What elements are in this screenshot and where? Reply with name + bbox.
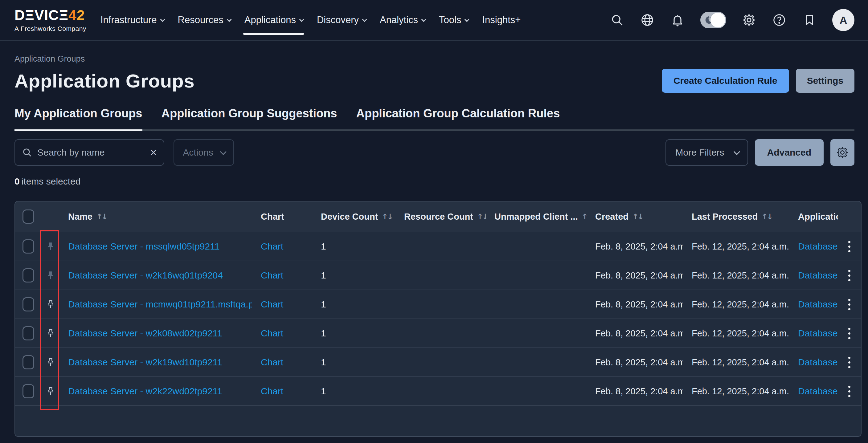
chart-link[interactable]: Chart bbox=[261, 299, 283, 309]
nav-item-label: Insights+ bbox=[482, 14, 521, 26]
logo-text: DΞVICΞ42 bbox=[14, 8, 86, 22]
nav-item-insights[interactable]: Insights+ bbox=[482, 14, 521, 26]
nav-item-tools[interactable]: Tools bbox=[439, 14, 468, 26]
nav-item-analytics[interactable]: Analytics bbox=[380, 14, 425, 26]
row-menu-kebab-icon[interactable] bbox=[845, 296, 854, 313]
row-checkbox[interactable] bbox=[23, 240, 34, 254]
table-toolbar: × Actions More Filters Advanced bbox=[14, 139, 855, 166]
tab-application-group-calculation-rules[interactable]: Application Group Calculation Rules bbox=[356, 107, 560, 129]
breadcrumb[interactable]: Application Groups bbox=[14, 54, 855, 64]
chevron-down-icon bbox=[733, 149, 740, 155]
globe-icon[interactable] bbox=[640, 12, 655, 27]
create-calculation-rule-button[interactable]: Create Calculation Rule bbox=[662, 69, 789, 93]
row-checkbox[interactable] bbox=[23, 268, 34, 283]
last-processed-value: Feb. 12, 2025, 2:04 a.m. bbox=[692, 299, 789, 309]
row-checkbox[interactable] bbox=[23, 355, 34, 369]
row-menu-kebab-icon[interactable] bbox=[845, 267, 854, 284]
actions-dropdown[interactable]: Actions bbox=[174, 139, 234, 166]
help-icon[interactable] bbox=[772, 12, 786, 27]
logo-accent-2: 2 bbox=[77, 7, 85, 23]
device-count-value: 1 bbox=[321, 386, 326, 396]
last-processed-value: Feb. 12, 2025, 2:04 a.m. bbox=[692, 328, 789, 338]
pin-icon[interactable] bbox=[41, 386, 60, 397]
last-processed-value: Feb. 12, 2025, 2:04 a.m. bbox=[692, 357, 789, 367]
group-name-link[interactable]: Database Server - w2k22wd02tp9211 bbox=[68, 386, 222, 396]
application-link[interactable]: Database bbox=[798, 241, 837, 251]
sort-icon[interactable]: ↑↓ bbox=[632, 212, 643, 221]
nav-item-label: Tools bbox=[439, 14, 461, 26]
chart-link[interactable]: Chart bbox=[261, 270, 283, 280]
tab-my-application-groups[interactable]: My Application Groups bbox=[14, 107, 143, 129]
sort-icon[interactable]: ↑↓ bbox=[761, 212, 772, 221]
table-row: Database Server - w2k19wd10tp9211 Chart … bbox=[15, 348, 861, 377]
pin-icon[interactable] bbox=[41, 270, 60, 281]
selection-count-number: 0 bbox=[14, 176, 20, 186]
settings-button[interactable]: Settings bbox=[796, 69, 855, 93]
chevron-down-icon bbox=[465, 17, 469, 22]
sort-icon[interactable]: ↑↓ bbox=[381, 212, 392, 221]
chart-link[interactable]: Chart bbox=[261, 328, 283, 338]
application-link[interactable]: Database bbox=[798, 386, 837, 396]
search-input[interactable] bbox=[37, 147, 145, 158]
chart-link[interactable]: Chart bbox=[261, 241, 283, 251]
notifications-bell-icon[interactable] bbox=[670, 12, 685, 27]
application-link[interactable]: Database bbox=[798, 299, 837, 309]
select-all-checkbox[interactable] bbox=[23, 210, 34, 224]
theme-toggle[interactable] bbox=[700, 12, 726, 28]
application-link[interactable]: Database bbox=[798, 328, 837, 338]
table-row: Database Server - mcmwq01tp9211.msftqa.p… bbox=[15, 290, 861, 319]
group-name-link[interactable]: Database Server - w2k19wd10tp9211 bbox=[68, 357, 222, 367]
nav-utility-icons: A bbox=[610, 9, 855, 31]
page-title: Application Groups bbox=[14, 70, 194, 92]
created-value: Feb. 8, 2025, 2:04 a.m. bbox=[595, 271, 683, 280]
table-row: Database Server - mssqlwd05tp9211 Chart … bbox=[15, 232, 861, 261]
more-filters-dropdown[interactable]: More Filters bbox=[665, 139, 748, 166]
row-menu-kebab-icon[interactable] bbox=[845, 238, 854, 255]
clear-search-icon[interactable]: × bbox=[150, 147, 157, 158]
group-name-link[interactable]: Database Server - mssqlwd05tp9211 bbox=[68, 241, 219, 251]
group-name-link[interactable]: Database Server - w2k16wq01tp9204 bbox=[68, 270, 223, 280]
row-checkbox[interactable] bbox=[23, 384, 34, 398]
sort-icon[interactable]: ↑↓ bbox=[582, 212, 587, 221]
application-link[interactable]: Database bbox=[798, 270, 837, 280]
pin-icon[interactable] bbox=[41, 328, 60, 339]
pin-icon[interactable] bbox=[41, 357, 60, 368]
last-processed-value: Feb. 12, 2025, 2:04 a.m. bbox=[692, 386, 789, 396]
column-header-application: Application bbox=[798, 212, 838, 222]
nav-item-label: Applications bbox=[244, 14, 296, 26]
row-checkbox[interactable] bbox=[23, 326, 34, 340]
sort-icon[interactable]: ↑↓ bbox=[96, 212, 107, 221]
last-processed-value: Feb. 12, 2025, 2:04 a.m. bbox=[692, 242, 789, 251]
group-name-link[interactable]: Database Server - w2k08wd02tp9211 bbox=[68, 328, 222, 338]
nav-item-applications[interactable]: Applications bbox=[244, 14, 303, 26]
pin-icon[interactable] bbox=[41, 241, 60, 252]
row-menu-kebab-icon[interactable] bbox=[845, 325, 854, 342]
table-header-row: Name↑↓ Chart Device Count↑↓ Resource Cou… bbox=[15, 201, 861, 232]
nav-item-resources[interactable]: Resources bbox=[178, 14, 230, 26]
chart-link[interactable]: Chart bbox=[261, 386, 283, 396]
user-avatar[interactable]: A bbox=[832, 9, 855, 31]
row-checkbox[interactable] bbox=[23, 297, 34, 312]
device-count-value: 1 bbox=[321, 328, 326, 338]
nav-item-label: Analytics bbox=[380, 14, 418, 26]
bookmark-icon[interactable] bbox=[802, 12, 817, 27]
pin-icon[interactable] bbox=[41, 299, 60, 310]
tab-application-group-suggestions[interactable]: Application Group Suggestions bbox=[161, 107, 337, 129]
device-count-value: 1 bbox=[321, 357, 326, 367]
row-menu-kebab-icon[interactable] bbox=[845, 354, 854, 371]
row-menu-kebab-icon[interactable] bbox=[845, 383, 854, 400]
nav-item-discovery[interactable]: Discovery bbox=[317, 14, 366, 26]
chart-link[interactable]: Chart bbox=[261, 357, 283, 367]
column-header-resource-count: Resource Count bbox=[404, 212, 473, 222]
nav-item-infrastructure[interactable]: Infrastructure bbox=[100, 14, 164, 26]
table-row: Database Server - w2k22wd02tp9211 Chart … bbox=[15, 377, 861, 406]
gear-icon[interactable] bbox=[742, 12, 756, 27]
table-settings-gear-button[interactable] bbox=[830, 139, 855, 166]
avatar-initial: A bbox=[840, 14, 847, 26]
search-icon[interactable] bbox=[610, 12, 624, 27]
application-link[interactable]: Database bbox=[798, 357, 837, 367]
advanced-button[interactable]: Advanced bbox=[755, 139, 824, 166]
sort-icon[interactable]: ↑↓ bbox=[477, 212, 486, 221]
device42-logo[interactable]: DΞVICΞ42 A Freshworks Company bbox=[14, 8, 86, 32]
group-name-link[interactable]: Database Server - mcmwq01tp9211.msftqa.p… bbox=[68, 299, 252, 309]
